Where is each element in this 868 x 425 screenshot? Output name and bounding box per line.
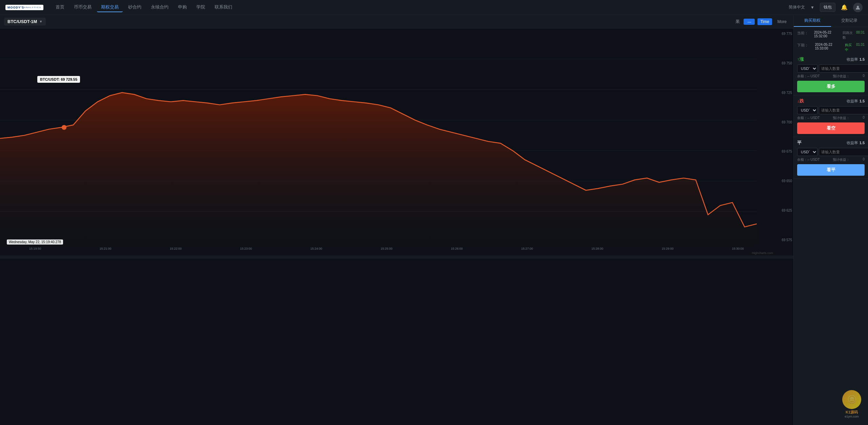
flat-balance-row: 余额：-- USDT 预计收益： 0 xyxy=(797,157,865,162)
up-balance-label: 余额：-- USDT xyxy=(797,74,820,79)
chart-credit: Highcharts.com xyxy=(752,251,773,255)
down-section-title: ↓跌 收益率 1.5 xyxy=(797,98,865,104)
chart-header: BTC/USDT-1M ▼ 果 — Time More xyxy=(0,15,793,28)
down-balance-label: 余额：-- USDT xyxy=(797,116,820,120)
y-label-2: 69 725 xyxy=(776,91,792,95)
flat-input-row: USDT xyxy=(797,148,865,156)
x-label-10: 15:25:00 xyxy=(380,247,392,250)
lang-dropdown-icon[interactable]: ▼ xyxy=(810,5,814,10)
up-arrow-icon: ↑涨 xyxy=(797,57,804,62)
panel-tabs: 购买期权 交割记录 xyxy=(794,15,868,27)
y-axis-labels: 69 775 69 750 69 725 69 700 69 675 69 65… xyxy=(775,28,793,245)
x-label-14: 15:27:00 xyxy=(521,247,533,250)
header-right: 简体中文 ▼ 钱包 🔔 xyxy=(789,3,863,12)
up-title: ↑涨 xyxy=(797,56,805,62)
up-estimated-label: 预计收益： xyxy=(833,74,850,79)
up-input-row: USDT xyxy=(797,64,865,73)
nav-subscribe[interactable]: 申购 xyxy=(174,3,191,12)
nav-spot[interactable]: 币币交易 xyxy=(70,3,96,12)
count-value: 00:31 xyxy=(856,31,865,40)
down-balance-row: 余额：-- USDT 预计收益： 0 xyxy=(797,116,865,120)
notification-icon[interactable]: 🔔 xyxy=(841,4,848,11)
flat-currency-select[interactable]: USDT xyxy=(797,148,817,156)
pair-arrow: ▼ xyxy=(39,20,42,23)
y-label-0: 69 775 xyxy=(776,32,792,36)
nav-perpetual[interactable]: 永续合约 xyxy=(147,3,173,12)
nav-home[interactable]: 首页 xyxy=(52,3,68,12)
pair-selector[interactable]: BTC/USDT-1M ▼ xyxy=(4,18,46,25)
y-label-5: 69 650 xyxy=(776,179,792,183)
header: MOODY'S ANALYTICS 首页 币币交易 期权交易 砂合约 永续合约 … xyxy=(0,0,868,15)
bar-view-button[interactable]: 果 xyxy=(733,18,742,26)
x-label-16: 15:28:00 xyxy=(591,247,603,250)
nav-academy[interactable]: 学院 xyxy=(192,3,209,12)
x-label-18: 15:29:00 xyxy=(662,247,674,250)
current-value: 2024-05-22 15:32:00 xyxy=(814,31,843,40)
flat-section: 平 收益率 1.5 USDT 余额：-- USDT 预计收益： 0 看平 xyxy=(794,137,868,179)
logo-line2: ANALYTICS xyxy=(24,6,41,8)
up-estimated-value: 0 xyxy=(863,74,865,79)
more-button[interactable]: More xyxy=(775,18,789,25)
lang-selector[interactable]: 简体中文 xyxy=(789,4,805,10)
flat-rate-label: 收益率 1.5 xyxy=(847,140,865,146)
watermark-text: K1源码 xyxy=(846,410,858,415)
nav-options[interactable]: 期权交易 xyxy=(97,3,123,12)
up-balance-row: 余额：-- USDT 预计收益： 0 xyxy=(797,74,865,79)
down-estimated-label: 预计收益： xyxy=(833,116,850,120)
status-time: 01:31 xyxy=(856,43,865,52)
main-layout: BTC/USDT-1M ▼ 果 — Time More xyxy=(0,15,868,425)
time-button[interactable]: Time xyxy=(757,18,772,25)
y-label-4: 69 675 xyxy=(776,150,792,153)
watermark: 🪙 K1源码 e1ym.com xyxy=(842,390,861,418)
down-input-row: USDT xyxy=(797,106,865,114)
down-currency-select[interactable]: USDT xyxy=(797,106,817,114)
flat-estimated-value: 0 xyxy=(863,157,865,162)
up-rate-label: 收益率 1.5 xyxy=(847,57,865,62)
down-arrow-icon: ↓跌 xyxy=(797,98,804,103)
buy-flat-button[interactable]: 看平 xyxy=(797,164,865,176)
up-amount-input[interactable] xyxy=(819,64,868,73)
watermark-icon: 🪙 xyxy=(842,390,861,409)
down-rate-label: 收益率 1.5 xyxy=(847,99,865,104)
x-label-4: 15:22:00 xyxy=(170,247,182,250)
svg-point-7 xyxy=(62,125,66,130)
x-label-2: 15:21:00 xyxy=(99,247,111,250)
status-label: 购买中 xyxy=(845,43,855,52)
line-view-button[interactable]: — xyxy=(744,19,755,25)
x-label-0: 15:19:50 xyxy=(29,247,41,250)
wallet-button[interactable]: 钱包 xyxy=(820,3,835,12)
current-label: 当前： xyxy=(797,31,814,40)
down-section: ↓跌 收益率 1.5 USDT 余额：-- USDT 预计收益： 0 看空 xyxy=(794,95,868,137)
up-section-title: ↑涨 收益率 1.5 xyxy=(797,56,865,62)
y-label-7: 69 575 xyxy=(776,238,792,242)
chart-controls: 果 — Time More xyxy=(733,18,789,26)
buy-up-button[interactable]: 看多 xyxy=(797,81,865,92)
nav-contact[interactable]: 联系我们 xyxy=(211,3,236,12)
y-label-3: 69 700 xyxy=(776,120,792,124)
next-label: 下期： xyxy=(797,43,815,52)
flat-amount-input[interactable] xyxy=(819,148,868,156)
info-next-row: 下期： 2024-05-22 15:33:00 购买中 01:31 xyxy=(794,41,868,54)
chart-section: BTC/USDT: 69 729.55 Wednesday, May 22, 1… xyxy=(0,28,793,164)
x-label-20: 15:30:00 xyxy=(732,247,744,250)
nav-sand[interactable]: 砂合约 xyxy=(124,3,145,12)
user-avatar[interactable] xyxy=(853,3,863,12)
down-amount-input[interactable] xyxy=(819,106,868,114)
logo: MOODY'S ANALYTICS xyxy=(5,5,43,10)
up-currency-select[interactable]: USDT xyxy=(797,64,817,73)
down-estimated-value: 0 xyxy=(863,116,865,120)
x-axis-labels: 15:19:50 15:21:00 15:22:00 15:23:00 15:2… xyxy=(0,247,773,250)
chart-svg xyxy=(0,28,793,254)
panel-tab-records[interactable]: 交割记录 xyxy=(831,15,868,27)
panel-tab-buy[interactable]: 购买期权 xyxy=(794,15,831,27)
flat-balance-label: 余额：-- USDT xyxy=(797,157,820,162)
flat-title: 平 xyxy=(797,140,802,146)
sell-down-button[interactable]: 看空 xyxy=(797,122,865,134)
pair-label: BTC/USDT-1M xyxy=(7,19,37,24)
right-panel: 购买期权 交割记录 当前： 2024-05-22 15:32:00 回路次数 0… xyxy=(793,15,868,425)
x-label-8: 15:24:00 xyxy=(310,247,322,250)
up-section: ↑涨 收益率 1.5 USDT 余额：-- USDT 预计收益： 0 看多 xyxy=(794,54,868,95)
x-label-12: 15:26:00 xyxy=(451,247,463,250)
info-current-row: 当前： 2024-05-22 15:32:00 回路次数 00:31 xyxy=(794,29,868,41)
x-label-6: 15:23:00 xyxy=(240,247,252,250)
